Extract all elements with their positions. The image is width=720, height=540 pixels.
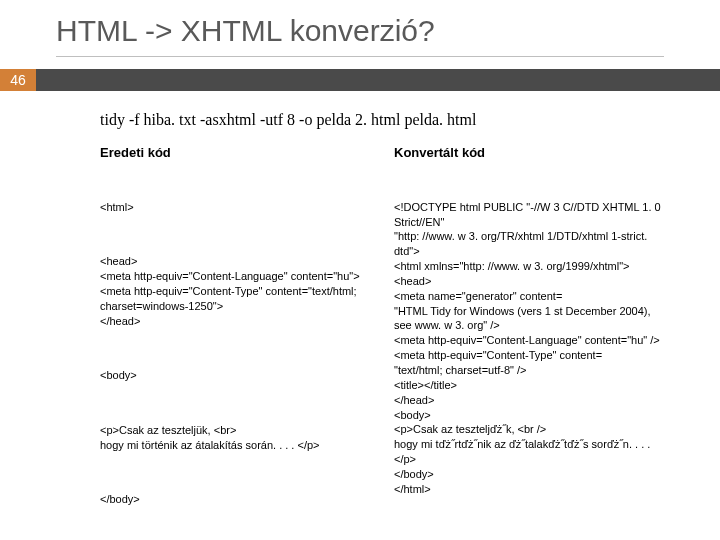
title-region: HTML -> XHTML konverzió? [0,0,720,54]
code-block: <p>Csak az teszteljük, <br> hogy mi tört… [100,423,370,453]
command-line: tidy -f hiba. txt -asxhtml -utf 8 -o pel… [100,111,720,129]
converted-code: <!DOCTYPE html PUBLIC "-//W 3 C//DTD XHT… [394,170,664,526]
slide: HTML -> XHTML konverzió? 46 tidy -f hiba… [0,0,720,540]
slide-number-bar [36,69,720,91]
original-code: <html> <head> <meta http-equiv="Content-… [100,170,370,540]
code-block: <head> <meta http-equiv="Content-Languag… [100,254,370,328]
code-block: <!DOCTYPE html PUBLIC "-//W 3 C//DTD XHT… [394,200,664,497]
slide-number-badge: 46 [0,69,36,91]
title-underline [56,56,664,57]
code-block: <html> [100,200,370,215]
original-heading: Eredeti kód [100,145,370,160]
converted-heading: Konvertált kód [394,145,664,160]
code-columns: Eredeti kód <html> <head> <meta http-equ… [0,145,720,540]
converted-column: Konvertált kód <!DOCTYPE html PUBLIC "-/… [394,145,664,540]
slide-number-row: 46 [0,69,720,91]
code-block: </body> [100,492,370,507]
code-block: <body> [100,368,370,383]
slide-title: HTML -> XHTML konverzió? [56,14,720,48]
original-column: Eredeti kód <html> <head> <meta http-equ… [100,145,370,540]
